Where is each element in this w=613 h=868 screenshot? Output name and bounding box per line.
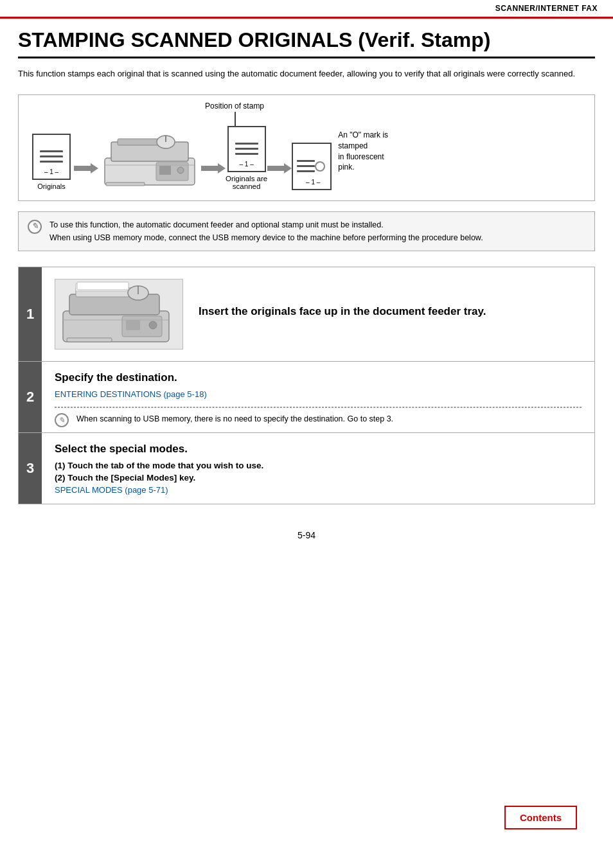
header-title: SCANNER/INTERNET FAX [495, 4, 598, 13]
svg-point-9 [177, 167, 184, 173]
step-2-sub-note: When scanning to USB memory, there is no… [76, 413, 393, 425]
scanned-label: Originals arescanned [226, 175, 267, 190]
svg-rect-22 [67, 338, 112, 342]
step-3-section: 3 Select the special modes. (1) Touch th… [18, 433, 595, 504]
step-3-number: 3 [19, 433, 42, 504]
note-box: ✎ To use this function, the automatic do… [18, 211, 595, 251]
step-3-item-1: (1) Touch the tab of the mode that you w… [55, 461, 582, 470]
step-3-item-2: (2) Touch the [Special Modes] key. [55, 473, 582, 483]
step-2-heading: Specify the destination. [55, 371, 582, 385]
step-3-sub-list: (1) Touch the tab of the mode that you w… [55, 461, 582, 483]
step-3-heading: Select the special modes. [55, 442, 582, 457]
step-2-note-icon: ✎ [55, 413, 69, 427]
svg-marker-13 [267, 163, 292, 173]
stamped-doc-icon: – 1 – [292, 143, 332, 190]
svg-rect-8 [159, 166, 171, 175]
step-1-heading: Insert the originals face up in the docu… [199, 305, 582, 319]
step-1-section: 1 [18, 267, 595, 362]
o-mark-note: An "O" mark isstampedin fluorescentpink. [338, 130, 388, 173]
scanner-machine-icon [98, 129, 201, 190]
page-title: STAMPING SCANNED ORIGINALS (Verif. Stamp… [18, 19, 595, 58]
step-1-image [55, 279, 183, 350]
step-2-number: 2 [19, 362, 42, 433]
diagram-section: Position of stamp – 1 – Originals [18, 94, 595, 201]
page-header: SCANNER/INTERNET FAX [0, 0, 613, 19]
arrow-2 [201, 159, 226, 190]
step-2-section: 2 Specify the destination. ENTERING DEST… [18, 362, 595, 434]
originals-doc-icon: – 1 – Originals [29, 134, 74, 190]
svg-rect-10 [106, 182, 145, 186]
note-line-2: When using USB memory mode, connect the … [49, 231, 584, 244]
page-number: 5-94 [18, 530, 595, 540]
note-icon: ✎ [28, 220, 42, 234]
arrow-1 [74, 159, 98, 190]
note-line-1: To use this function, the automatic docu… [49, 218, 584, 231]
scanned-doc-icon: – 1 – Originals arescanned [226, 126, 267, 190]
svg-marker-1 [74, 163, 98, 173]
contents-button[interactable]: Contents [504, 806, 577, 829]
step-1-text: Insert the originals face up in the docu… [199, 305, 582, 323]
svg-marker-12 [201, 163, 226, 173]
svg-rect-20 [126, 320, 140, 330]
step-2-link[interactable]: ENTERING DESTINATIONS (page 5-18) [55, 389, 207, 399]
originals-label: Originals [37, 182, 65, 190]
svg-point-21 [149, 321, 157, 329]
step-1-number: 1 [19, 267, 42, 361]
arrow-3 [267, 159, 292, 190]
step-3-link[interactable]: SPECIAL MODES (page 5-71) [55, 485, 168, 495]
svg-rect-25 [77, 282, 129, 290]
intro-text: This function stamps each original that … [18, 67, 595, 80]
